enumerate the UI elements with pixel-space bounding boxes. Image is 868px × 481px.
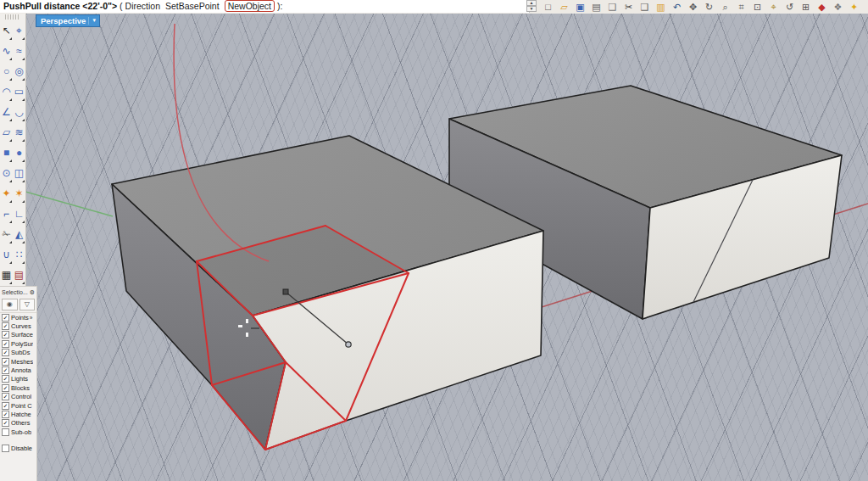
undo-icon[interactable]: ↶ — [669, 1, 685, 14]
polyline-tool-icon[interactable]: ∠ — [0, 103, 13, 123]
pushpull-tool-icon[interactable]: ✦ — [0, 184, 13, 204]
checkbox[interactable] — [2, 331, 9, 338]
filter-item-subds[interactable]: SubDs — [0, 349, 36, 357]
command-option-setbasepoint[interactable]: SetBasePoint — [165, 1, 220, 11]
filter-item-curves[interactable]: Curves — [0, 322, 36, 330]
viewport-title: Perspective — [41, 15, 86, 26]
zoom-extents-icon[interactable]: ⊡ — [749, 1, 765, 14]
undo-view-icon[interactable]: ↺ — [782, 1, 798, 14]
named-view-icon[interactable]: ❖ — [830, 1, 846, 14]
checkbox[interactable] — [2, 340, 9, 348]
filter-item-polysur[interactable]: PolySur — [0, 339, 36, 348]
checkbox[interactable] — [2, 314, 9, 322]
spinner-down-icon[interactable]: ▼ — [526, 6, 537, 12]
select-arrow-icon[interactable]: ↖ — [0, 21, 13, 42]
rotate-camera-icon[interactable]: ✦ — [846, 1, 862, 14]
filter-item-points[interactable]: Points» — [0, 313, 36, 322]
rectangle-tool-icon[interactable]: ▭ — [13, 82, 25, 103]
checkbox[interactable] — [2, 411, 9, 418]
solid-tools-icon[interactable]: ◫ — [13, 164, 25, 184]
checkbox[interactable] — [2, 358, 9, 366]
point-tool-icon[interactable]: ⌖ — [13, 21, 25, 42]
ellipse-tool-icon[interactable]: ◎ — [13, 62, 25, 82]
copy-page-icon[interactable]: ❑ — [604, 1, 620, 14]
paste-icon[interactable]: ▥ — [653, 1, 669, 14]
filter-item-point-c[interactable]: Point C — [0, 401, 36, 410]
fillet-tool-icon[interactable]: ⌐ — [0, 204, 13, 225]
circle-tool-icon[interactable]: ○ — [0, 62, 13, 82]
pan-icon[interactable]: ✥ — [685, 1, 701, 14]
print-icon[interactable]: ▤ — [588, 1, 604, 14]
filter-item-meshes[interactable]: Meshes — [0, 357, 36, 366]
join-tool-icon[interactable]: ∪ — [0, 245, 13, 266]
interpolate-curve-icon[interactable]: ≈ — [13, 42, 25, 62]
block-tool-icon[interactable]: ▤ — [13, 266, 25, 286]
filter-item-lights[interactable]: Lights — [0, 375, 36, 383]
checkbox[interactable] — [2, 366, 9, 374]
command-option-newobject[interactable]: NewObject — [225, 0, 275, 12]
checkbox[interactable] — [2, 419, 9, 427]
explode-tool-icon[interactable]: ✶ — [13, 184, 25, 204]
box-tool-icon[interactable]: ■ — [0, 143, 13, 164]
filter-item-sub-ob[interactable]: Sub-ob — [0, 428, 36, 436]
filter-item-surface[interactable]: Surface — [0, 331, 36, 339]
filter-list: Points»CurvesSurfacePolySurSubDsMeshesAn… — [0, 313, 36, 436]
split-tool-icon[interactable]: ◭ — [13, 225, 25, 245]
rotate-view-icon[interactable]: ↻ — [701, 1, 717, 14]
pushpull-base-handle[interactable] — [283, 289, 288, 294]
filter-cursor-tab[interactable]: ◉ — [2, 299, 18, 310]
filter-item-others[interactable]: Others — [0, 419, 36, 428]
filter-item-disable[interactable]: Disable — [0, 444, 36, 452]
render-icon[interactable]: ◆ — [814, 1, 830, 14]
open-file-icon[interactable]: ▱ — [556, 1, 572, 14]
filter-label: Hatche — [11, 411, 31, 418]
arc-tool-icon[interactable]: ◠ — [0, 82, 13, 103]
command-option-direction[interactable]: Direction — [125, 1, 160, 11]
spinner-up-icon[interactable]: ▲ — [526, 0, 537, 6]
checkbox[interactable] — [2, 384, 9, 392]
zoom-selected-icon[interactable]: ⌖ — [765, 1, 782, 14]
zoom-window-icon[interactable]: ⌗ — [733, 1, 749, 14]
filter-label: Surface — [11, 331, 33, 338]
checkbox[interactable] — [2, 428, 9, 436]
surface-plane-icon[interactable]: ▱ — [0, 123, 13, 143]
overflow-marker[interactable]: » — [30, 315, 33, 321]
cut-icon[interactable]: ✂ — [620, 1, 637, 14]
filter-funnel-tab[interactable]: ▽ — [19, 299, 36, 310]
command-line[interactable]: PushPull distance <22'-0"> (DirectionSet… — [0, 0, 530, 13]
checkbox[interactable] — [2, 349, 9, 356]
group-tool-icon[interactable]: ∷ — [13, 245, 25, 266]
curve-blend-icon[interactable]: ◡ — [13, 103, 25, 123]
perspective-viewport[interactable]: Perspective ▼ — [26, 14, 868, 481]
checkbox[interactable] — [2, 393, 9, 400]
filter-item-blocks[interactable]: Blocks — [0, 383, 36, 392]
save-file-icon[interactable]: ▣ — [572, 1, 588, 14]
checkbox[interactable] — [2, 322, 9, 330]
gear-icon[interactable]: ⚙ — [30, 288, 35, 298]
surface-loft-icon[interactable]: ≋ — [13, 123, 25, 143]
y-axis-green[interactable] — [26, 192, 113, 216]
filter-item-hatche[interactable]: Hatche — [0, 410, 36, 418]
viewport-layout-icon[interactable]: ⊞ — [798, 1, 814, 14]
trim-tool-icon[interactable]: ✁ — [0, 225, 13, 245]
control-point-curve-icon[interactable]: ∿ — [0, 42, 13, 62]
cursor-dash-2[interactable] — [246, 333, 248, 337]
disable-checkbox[interactable] — [2, 445, 9, 452]
chevron-down-icon[interactable]: ▼ — [92, 15, 97, 26]
checkbox[interactable] — [2, 402, 9, 410]
sphere-tool-icon[interactable]: ● — [13, 143, 25, 164]
chamfer-tool-icon[interactable]: ∟ — [13, 204, 25, 225]
pushpull-end-handle[interactable] — [346, 342, 351, 347]
cursor-dash-0[interactable] — [246, 319, 248, 323]
copy-icon[interactable]: ❑ — [637, 1, 653, 14]
viewport-tab-perspective[interactable]: Perspective ▼ — [36, 14, 100, 27]
new-file-icon[interactable]: □ — [540, 1, 556, 14]
filter-item-annota[interactable]: Annota — [0, 366, 36, 374]
cylinder-tool-icon[interactable]: ⊙ — [0, 164, 13, 184]
point-grid-icon[interactable]: ▦ — [0, 266, 13, 286]
distance-spinner[interactable]: ▲ ▼ — [526, 0, 538, 13]
cursor-dash-1[interactable] — [238, 325, 242, 327]
zoom-dynamic-icon[interactable]: ⌕ — [717, 1, 733, 14]
checkbox[interactable] — [2, 375, 9, 383]
filter-item-control[interactable]: Control — [0, 393, 36, 401]
